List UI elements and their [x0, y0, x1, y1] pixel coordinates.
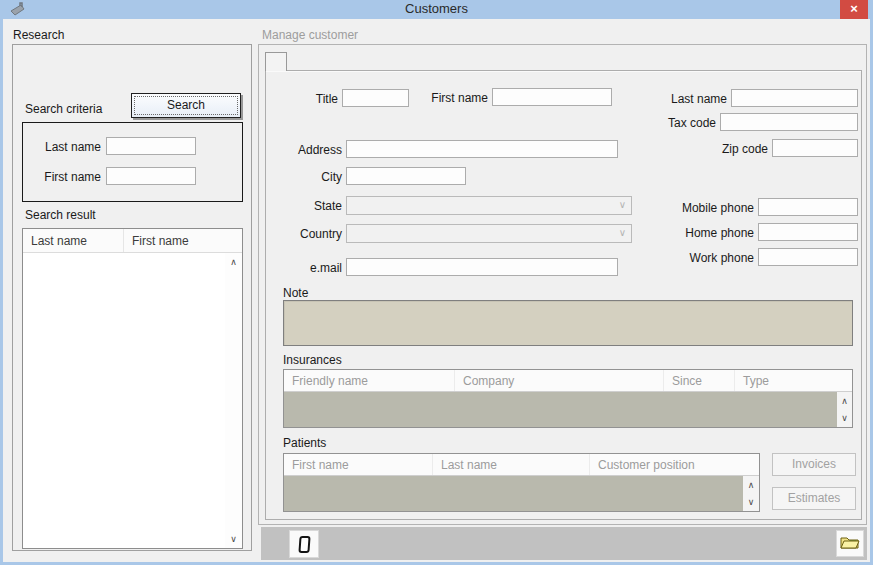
first-name-label: First name — [416, 91, 488, 105]
mobile-phone-label: Mobile phone — [676, 201, 754, 215]
city-input[interactable] — [346, 167, 466, 185]
criteria-first-name-label: First name — [27, 170, 101, 184]
open-folder-button[interactable] — [836, 530, 864, 557]
search-criteria-box: Last name First name — [22, 122, 243, 202]
search-button[interactable]: Search — [131, 93, 241, 118]
work-phone-input[interactable] — [758, 248, 858, 266]
criteria-last-name-label: Last name — [27, 140, 101, 154]
state-label: State — [286, 199, 342, 213]
manage-customer-group-label: Manage customer — [262, 28, 358, 42]
customer-tab-page: Title First name Last name Tax code Addr… — [265, 70, 862, 520]
scroll-down-icon[interactable]: ∨ — [743, 495, 759, 509]
search-result-header: Last name First name — [23, 229, 242, 253]
search-result-scrollbar[interactable]: ∧ ∨ — [225, 253, 242, 548]
email-label: e.mail — [286, 261, 342, 275]
patients-body — [284, 476, 743, 511]
first-name-input[interactable] — [492, 88, 612, 106]
country-select[interactable]: ∨ — [346, 224, 632, 243]
zip-code-input[interactable] — [772, 139, 858, 157]
manage-customer-groupbox: Title First name Last name Tax code Addr… — [258, 44, 867, 525]
research-groupbox: Search Search criteria Last name First n… — [12, 44, 252, 551]
state-select[interactable]: ∨ — [346, 196, 632, 215]
search-result-label: Search result — [25, 208, 96, 222]
research-group-label: Research — [13, 28, 64, 42]
note-textarea[interactable] — [283, 300, 853, 346]
scroll-up-icon[interactable]: ∧ — [743, 478, 759, 492]
scroll-up-icon[interactable]: ∧ — [837, 394, 852, 408]
search-result-body — [23, 253, 225, 548]
search-button-label: Search — [132, 94, 240, 116]
patients-header: First name Last name Customer position — [284, 454, 759, 476]
patients-col-last-name: Last name — [433, 454, 590, 475]
scroll-down-icon[interactable]: ∨ — [225, 532, 242, 546]
work-phone-label: Work phone — [676, 251, 754, 265]
city-label: City — [286, 170, 342, 184]
estimates-button[interactable]: Estimates — [772, 487, 856, 510]
country-label: Country — [286, 227, 342, 241]
patients-label: Patients — [283, 436, 326, 450]
result-col-first-name[interactable]: First name — [124, 229, 242, 252]
insurances-col-type: Type — [735, 370, 852, 391]
email-input[interactable] — [346, 258, 618, 276]
chevron-down-icon: ∨ — [619, 227, 626, 238]
last-name-label: Last name — [651, 92, 727, 106]
tab-blank[interactable] — [265, 52, 287, 71]
home-phone-label: Home phone — [676, 226, 754, 240]
insurances-body — [284, 392, 837, 427]
invoices-button[interactable]: Invoices — [772, 453, 856, 476]
criteria-last-name-input[interactable] — [106, 137, 196, 155]
close-icon[interactable]: × — [840, 0, 868, 19]
insurances-col-friendly-name: Friendly name — [284, 370, 455, 391]
insurances-header: Friendly name Company Since Type — [284, 370, 852, 392]
note-label: Note — [283, 286, 308, 300]
patients-grid: First name Last name Customer position ∧… — [283, 453, 760, 512]
title-label: Title — [286, 92, 338, 106]
document-icon — [298, 536, 310, 553]
customers-window: Customers × Research Search Search crite… — [0, 0, 873, 565]
mobile-phone-input[interactable] — [758, 198, 858, 216]
title-input[interactable] — [342, 89, 409, 107]
scroll-down-icon[interactable]: ∨ — [837, 411, 852, 425]
zip-code-label: Zip code — [706, 142, 768, 156]
chevron-down-icon: ∨ — [619, 199, 626, 210]
tax-code-input[interactable] — [720, 113, 858, 131]
search-criteria-label: Search criteria — [25, 102, 102, 116]
client-area: Research Search Search criteria Last nam… — [3, 19, 870, 562]
home-phone-input[interactable] — [758, 223, 858, 241]
insurances-col-since: Since — [664, 370, 735, 391]
patients-scrollbar[interactable]: ∧ ∨ — [743, 476, 759, 511]
tax-code-label: Tax code — [651, 116, 716, 130]
scroll-up-icon[interactable]: ∧ — [225, 255, 242, 269]
search-result-list: Last name First name ∧ ∨ — [22, 228, 243, 549]
insurances-label: Insurances — [283, 353, 342, 367]
last-name-input[interactable] — [731, 89, 858, 107]
patients-col-customer-position: Customer position — [590, 454, 759, 475]
new-document-button[interactable] — [289, 530, 319, 558]
result-col-last-name[interactable]: Last name — [23, 229, 124, 252]
patients-col-first-name: First name — [284, 454, 433, 475]
address-input[interactable] — [346, 140, 618, 158]
insurances-scrollbar[interactable]: ∧ ∨ — [837, 392, 852, 427]
bottom-toolbar — [261, 527, 867, 560]
insurances-grid: Friendly name Company Since Type ∧ ∨ — [283, 369, 853, 428]
window-title: Customers — [0, 1, 873, 16]
folder-icon — [840, 535, 860, 553]
insurances-col-company: Company — [455, 370, 664, 391]
criteria-first-name-input[interactable] — [106, 167, 196, 185]
titlebar: Customers × — [0, 0, 873, 19]
address-label: Address — [286, 143, 342, 157]
